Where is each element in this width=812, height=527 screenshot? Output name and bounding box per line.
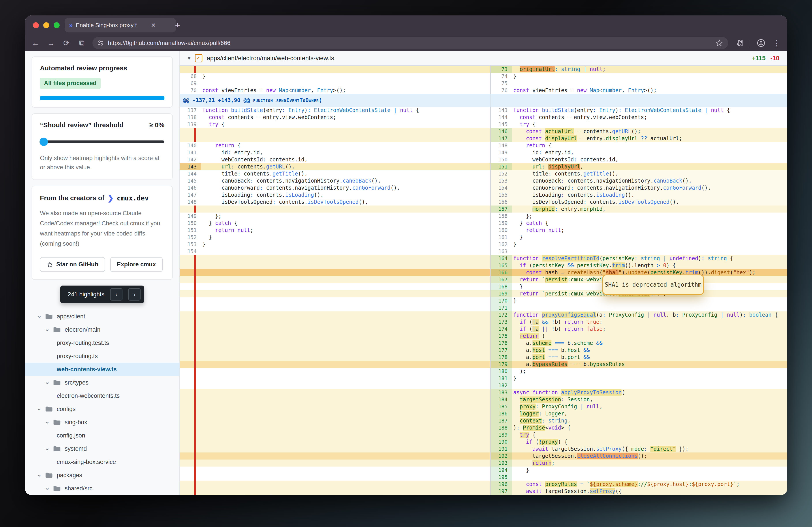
tree-item-proxy-routing-test-ts[interactable]: proxy-routing.test.ts — [25, 336, 179, 349]
code-token: morphId — [580, 206, 603, 212]
forward-icon[interactable]: → — [46, 39, 56, 47]
code-token: { — [218, 121, 224, 127]
site-info-icon[interactable] — [97, 40, 104, 46]
code-line — [201, 248, 490, 255]
tree-item-sing-box[interactable]: ⌄sing-box — [25, 416, 179, 429]
diff-row: 143 url: contents.getURL(),151 url: disp… — [180, 163, 787, 170]
code-line: id: entry.id, — [512, 149, 787, 156]
slider-thumb[interactable] — [40, 138, 48, 146]
diff-line-right: 190 if (!proxy) { — [490, 438, 787, 446]
threshold-slider[interactable] — [40, 138, 164, 146]
code-token: (a — [596, 312, 603, 318]
chevron-down-icon[interactable]: ⌄ — [44, 378, 50, 386]
prev-highlight-button[interactable]: ‹ — [110, 288, 122, 301]
tree-item-electron-main[interactable]: ⌄electron/main — [25, 323, 179, 336]
profile-avatar-icon[interactable] — [756, 39, 766, 48]
promo-brand-link[interactable]: cmux.dev — [117, 194, 149, 202]
diff-line-left — [180, 332, 490, 340]
code-token: , — [580, 164, 583, 170]
code-token: ) — [513, 425, 516, 431]
code-token: digest — [711, 269, 730, 276]
code-token: . — [609, 262, 612, 269]
tree-item-cmux-sing-box-service[interactable]: cmux-sing-box.service — [25, 455, 179, 469]
code-token: : — [570, 185, 574, 191]
new-tab-button[interactable]: + — [175, 20, 180, 30]
code-line: } — [512, 241, 787, 248]
line-number: 68 — [180, 73, 201, 80]
address-bar[interactable]: https://0github.com/manaflow-ai/cmux/pul… — [92, 37, 728, 49]
code-token: ; — [737, 481, 740, 487]
chevron-down-icon[interactable]: ⌄ — [44, 418, 50, 425]
code-token — [513, 66, 520, 72]
tree-item-electron-webcontents-ts[interactable]: electron-webcontents.ts — [25, 389, 179, 403]
collapse-chevron-icon[interactable]: ▾ — [188, 55, 190, 61]
split-view-icon[interactable]: ⧉ — [77, 39, 87, 47]
code-token: entry. — [583, 135, 606, 141]
next-highlight-button[interactable]: › — [128, 288, 141, 301]
tree-item-label: proxy-routing.ts — [57, 353, 98, 360]
star-on-github-button[interactable]: Star on GitHub — [40, 257, 105, 272]
code-line: url: contents.getURL(), — [201, 163, 490, 170]
code-token: viewEntries — [218, 87, 260, 93]
deleted-region-marker — [194, 403, 196, 410]
file-header[interactable]: ▾ apps/client/electron/main/web-contents… — [180, 51, 787, 66]
code-token — [513, 269, 526, 276]
code-token: a — [536, 326, 539, 332]
diff-line-left — [180, 368, 490, 375]
chevron-down-icon[interactable]: ⌄ — [37, 470, 42, 478]
extensions-puzzle-icon[interactable] — [735, 39, 744, 47]
diff-line-right: 165 if (persistKey && persistKey.trim().… — [490, 262, 787, 269]
tree-item-config-json[interactable]: config.json — [25, 429, 179, 442]
close-window-button[interactable] — [33, 22, 39, 28]
diff-line-right: 193 return; — [490, 460, 787, 467]
chevron-down-icon[interactable]: ⌄ — [44, 484, 50, 491]
tree-item-systemd[interactable]: ⌄systemd — [25, 442, 179, 455]
chevron-down-icon[interactable]: ⌄ — [37, 404, 42, 412]
sha1-warning-tooltip: SHA1 is deprecated algorithm — [603, 274, 704, 295]
tree-item-shared-src[interactable]: ⌄shared/src — [25, 482, 179, 495]
reload-icon[interactable]: ⟳ — [61, 39, 71, 47]
diff-row: 154163 — [180, 248, 787, 255]
minimize-window-button[interactable] — [43, 22, 49, 28]
tree-item-src-types[interactable]: ⌄src/types — [25, 376, 179, 389]
diff-line-right: 181} — [490, 375, 787, 382]
tree-item-web-contents-view-ts[interactable]: web-contents-view.ts — [25, 363, 179, 376]
tree-item-label: apps/client — [57, 313, 85, 320]
code-token — [577, 404, 580, 410]
code-token: isDevToolsOpened — [513, 199, 583, 205]
line-number: 144 — [491, 114, 512, 121]
browser-tab[interactable]: » Enable Sing-box proxy f ✕ — [64, 18, 176, 32]
code-token: url — [221, 164, 231, 170]
code-token: < — [545, 425, 548, 431]
tree-item-packages[interactable]: ⌄packages — [25, 469, 179, 482]
code-line: if (!proxy) { — [512, 438, 787, 446]
tab-close-icon[interactable]: ✕ — [151, 21, 156, 29]
tree-item-apps-client[interactable]: ⌄apps/client — [25, 310, 179, 323]
code-token: ( — [539, 333, 545, 339]
tree-item-proxy-routing-ts[interactable]: proxy-routing.ts — [25, 349, 179, 363]
code-token: = — [567, 114, 570, 120]
code-token: number — [603, 87, 622, 93]
bookmark-star-icon[interactable] — [715, 39, 723, 47]
code-line: return { — [512, 142, 787, 149]
code-token: webContentsId — [202, 156, 263, 163]
line-number: 166 — [491, 269, 512, 276]
code-token: canGoForward — [202, 185, 260, 191]
diff-row: 145 canGoBack: contents.navigationHistor… — [180, 177, 787, 184]
slider-track[interactable] — [40, 140, 164, 143]
code-token: (), — [701, 185, 711, 191]
menu-kebab-icon[interactable]: ⋮ — [772, 39, 782, 47]
diff-row: 144 title: contents.getTitle(),152 title… — [180, 170, 787, 177]
code-token — [574, 128, 577, 135]
explore-cmux-button[interactable]: Explore cmux — [110, 257, 163, 272]
zoom-window-button[interactable] — [54, 22, 60, 28]
chevron-down-icon[interactable]: ⌄ — [44, 444, 50, 452]
chevron-down-icon[interactable]: ⌄ — [44, 325, 50, 332]
code-token: ; — [561, 227, 564, 233]
diff-row: 178 a.port === b.port && — [180, 354, 787, 361]
back-icon[interactable]: ← — [31, 39, 40, 47]
chevron-down-icon[interactable]: ⌄ — [37, 312, 42, 319]
tree-item-configs[interactable]: ⌄configs — [25, 403, 179, 416]
code-token: : — [561, 192, 564, 198]
code-token: } — [202, 220, 215, 226]
